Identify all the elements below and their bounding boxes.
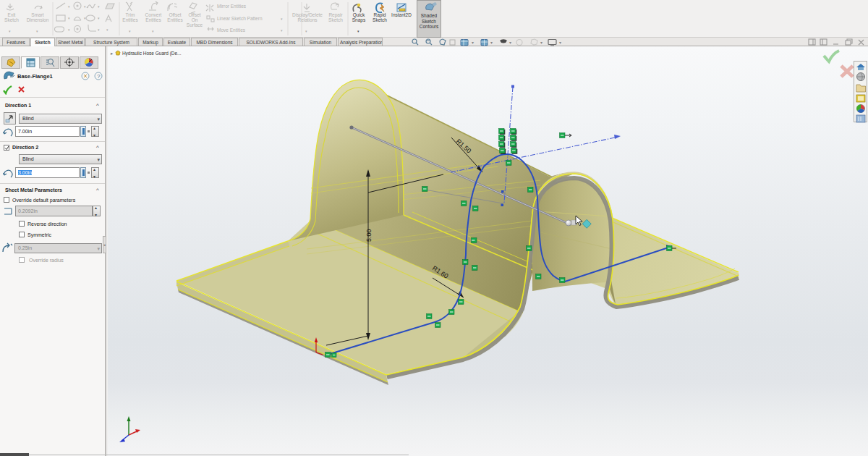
svg-text:▾: ▾: [559, 41, 561, 45]
svg-text:5.00: 5.00: [365, 229, 373, 242]
svg-text:▾: ▾: [509, 41, 511, 45]
svg-text:▾: ▾: [472, 41, 474, 45]
svg-text:▾: ▾: [540, 41, 542, 45]
svg-text:?: ?: [97, 73, 101, 80]
svg-text:▾: ▾: [490, 41, 493, 45]
